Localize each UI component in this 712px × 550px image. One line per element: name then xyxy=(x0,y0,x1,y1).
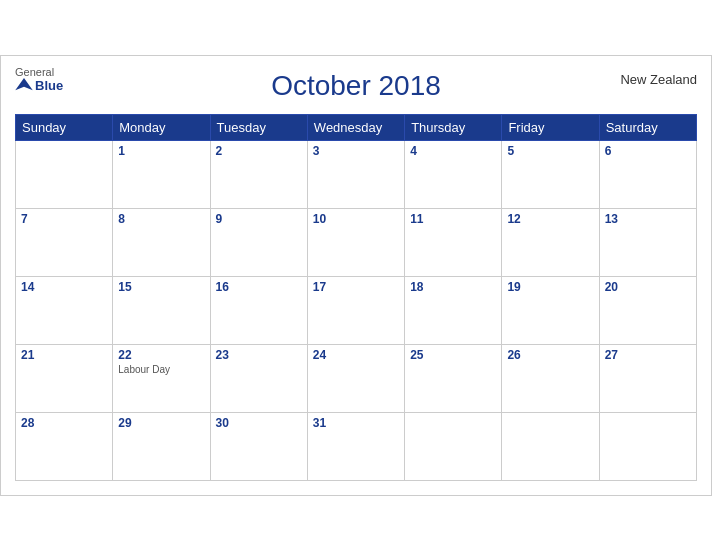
week-row-4: 2122Labour Day2324252627 xyxy=(16,344,697,412)
day-number-3: 3 xyxy=(313,144,399,158)
day-cell-w1-d7: 6 xyxy=(599,140,696,208)
day-cell-w3-d4: 17 xyxy=(307,276,404,344)
day-cell-w2-d4: 10 xyxy=(307,208,404,276)
header-sunday: Sunday xyxy=(16,114,113,140)
day-cell-w1-d6: 5 xyxy=(502,140,599,208)
week-row-2: 78910111213 xyxy=(16,208,697,276)
svg-marker-0 xyxy=(15,78,33,90)
day-cell-w5-d3: 30 xyxy=(210,412,307,480)
day-number-11: 11 xyxy=(410,212,496,226)
calendar-header: General Blue October 2018 New Zealand xyxy=(15,66,697,106)
day-cell-w4-d2: 22Labour Day xyxy=(113,344,210,412)
day-number-9: 9 xyxy=(216,212,302,226)
day-cell-w1-d3: 2 xyxy=(210,140,307,208)
logo-blue-text: Blue xyxy=(35,78,63,93)
calendar-container: General Blue October 2018 New Zealand Su… xyxy=(0,55,712,496)
day-cell-w5-d5 xyxy=(405,412,502,480)
day-number-31: 31 xyxy=(313,416,399,430)
header-friday: Friday xyxy=(502,114,599,140)
day-cell-w4-d3: 23 xyxy=(210,344,307,412)
day-cell-w3-d2: 15 xyxy=(113,276,210,344)
logo-area: General Blue xyxy=(15,66,63,93)
day-number-29: 29 xyxy=(118,416,204,430)
day-cell-w3-d7: 20 xyxy=(599,276,696,344)
day-cell-w5-d6 xyxy=(502,412,599,480)
day-number-7: 7 xyxy=(21,212,107,226)
logo-general-text: General xyxy=(15,66,54,78)
day-number-13: 13 xyxy=(605,212,691,226)
logo-blue-area: Blue xyxy=(15,78,63,93)
country-label: New Zealand xyxy=(620,72,697,87)
day-cell-w5-d1: 28 xyxy=(16,412,113,480)
day-cell-w3-d6: 19 xyxy=(502,276,599,344)
day-cell-w3-d1: 14 xyxy=(16,276,113,344)
header-thursday: Thursday xyxy=(405,114,502,140)
calendar-title: October 2018 xyxy=(271,70,441,102)
calendar-body: 12345678910111213141516171819202122Labou… xyxy=(16,140,697,480)
day-number-24: 24 xyxy=(313,348,399,362)
day-number-30: 30 xyxy=(216,416,302,430)
day-number-8: 8 xyxy=(118,212,204,226)
day-cell-w4-d5: 25 xyxy=(405,344,502,412)
day-number-2: 2 xyxy=(216,144,302,158)
day-number-18: 18 xyxy=(410,280,496,294)
day-number-27: 27 xyxy=(605,348,691,362)
day-number-21: 21 xyxy=(21,348,107,362)
logo-bird-icon xyxy=(15,78,33,92)
week-row-3: 14151617181920 xyxy=(16,276,697,344)
day-number-10: 10 xyxy=(313,212,399,226)
day-number-4: 4 xyxy=(410,144,496,158)
weekday-header-row: Sunday Monday Tuesday Wednesday Thursday… xyxy=(16,114,697,140)
day-number-6: 6 xyxy=(605,144,691,158)
day-number-22: 22 xyxy=(118,348,204,362)
day-number-5: 5 xyxy=(507,144,593,158)
day-number-15: 15 xyxy=(118,280,204,294)
header-wednesday: Wednesday xyxy=(307,114,404,140)
day-number-23: 23 xyxy=(216,348,302,362)
day-number-20: 20 xyxy=(605,280,691,294)
day-number-25: 25 xyxy=(410,348,496,362)
day-number-26: 26 xyxy=(507,348,593,362)
day-cell-w4-d4: 24 xyxy=(307,344,404,412)
calendar-thead: Sunday Monday Tuesday Wednesday Thursday… xyxy=(16,114,697,140)
day-cell-w5-d2: 29 xyxy=(113,412,210,480)
week-row-1: 123456 xyxy=(16,140,697,208)
day-cell-w2-d5: 11 xyxy=(405,208,502,276)
day-cell-w2-d1: 7 xyxy=(16,208,113,276)
day-cell-w1-d2: 1 xyxy=(113,140,210,208)
week-row-5: 28293031 xyxy=(16,412,697,480)
day-cell-w1-d4: 3 xyxy=(307,140,404,208)
holiday-label-22: Labour Day xyxy=(118,364,204,375)
header-tuesday: Tuesday xyxy=(210,114,307,140)
day-cell-w4-d1: 21 xyxy=(16,344,113,412)
day-cell-w2-d3: 9 xyxy=(210,208,307,276)
day-number-12: 12 xyxy=(507,212,593,226)
day-cell-w3-d5: 18 xyxy=(405,276,502,344)
calendar-grid: Sunday Monday Tuesday Wednesday Thursday… xyxy=(15,114,697,481)
day-cell-w1-d1 xyxy=(16,140,113,208)
day-cell-w4-d7: 27 xyxy=(599,344,696,412)
day-number-1: 1 xyxy=(118,144,204,158)
header-saturday: Saturday xyxy=(599,114,696,140)
day-number-16: 16 xyxy=(216,280,302,294)
day-number-28: 28 xyxy=(21,416,107,430)
day-cell-w4-d6: 26 xyxy=(502,344,599,412)
day-cell-w5-d7 xyxy=(599,412,696,480)
day-number-14: 14 xyxy=(21,280,107,294)
day-cell-w2-d7: 13 xyxy=(599,208,696,276)
day-cell-w3-d3: 16 xyxy=(210,276,307,344)
day-cell-w2-d6: 12 xyxy=(502,208,599,276)
day-cell-w2-d2: 8 xyxy=(113,208,210,276)
day-number-17: 17 xyxy=(313,280,399,294)
day-cell-w5-d4: 31 xyxy=(307,412,404,480)
day-number-19: 19 xyxy=(507,280,593,294)
header-monday: Monday xyxy=(113,114,210,140)
day-cell-w1-d5: 4 xyxy=(405,140,502,208)
